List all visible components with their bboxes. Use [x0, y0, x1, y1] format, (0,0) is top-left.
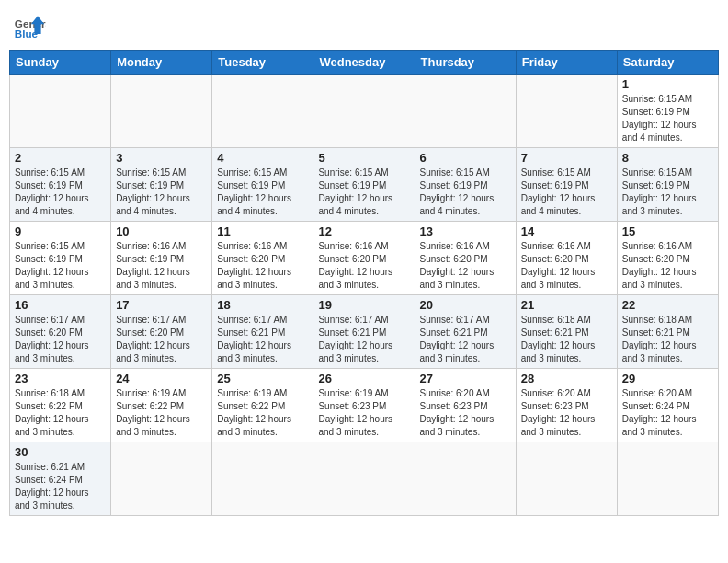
- day-info: Sunrise: 6:17 AM Sunset: 6:21 PM Dayligh…: [420, 314, 511, 365]
- day-number: 1: [622, 77, 713, 91]
- calendar-cell: 30Sunrise: 6:21 AM Sunset: 6:24 PM Dayli…: [10, 442, 111, 516]
- week-row-2: 2Sunrise: 6:15 AM Sunset: 6:19 PM Daylig…: [10, 148, 719, 222]
- day-number: 3: [116, 151, 207, 165]
- day-info: Sunrise: 6:15 AM Sunset: 6:19 PM Dayligh…: [116, 167, 207, 218]
- day-info: Sunrise: 6:19 AM Sunset: 6:23 PM Dayligh…: [318, 387, 409, 439]
- day-number: 29: [622, 372, 713, 385]
- day-number: 12: [318, 224, 409, 238]
- day-info: Sunrise: 6:16 AM Sunset: 6:20 PM Dayligh…: [217, 240, 308, 292]
- day-info: Sunrise: 6:17 AM Sunset: 6:20 PM Dayligh…: [116, 314, 207, 365]
- day-info: Sunrise: 6:15 AM Sunset: 6:19 PM Dayligh…: [622, 167, 713, 218]
- day-number: 6: [420, 151, 511, 165]
- day-info: Sunrise: 6:19 AM Sunset: 6:22 PM Dayligh…: [217, 387, 308, 439]
- calendar-cell: 15Sunrise: 6:16 AM Sunset: 6:20 PM Dayli…: [617, 222, 718, 295]
- calendar-cell: [111, 442, 212, 516]
- calendar-cell: 9Sunrise: 6:15 AM Sunset: 6:19 PM Daylig…: [10, 222, 111, 295]
- day-number: 27: [420, 372, 511, 385]
- calendar-cell: 16Sunrise: 6:17 AM Sunset: 6:20 PM Dayli…: [10, 295, 111, 369]
- calendar-cell: 12Sunrise: 6:16 AM Sunset: 6:20 PM Dayli…: [313, 222, 415, 295]
- calendar-cell: 14Sunrise: 6:16 AM Sunset: 6:20 PM Dayli…: [516, 222, 617, 295]
- weekday-header-wednesday: Wednesday: [313, 51, 415, 75]
- day-number: 5: [318, 151, 409, 165]
- day-info: Sunrise: 6:21 AM Sunset: 6:24 PM Dayligh…: [15, 461, 106, 512]
- day-info: Sunrise: 6:19 AM Sunset: 6:22 PM Dayligh…: [116, 387, 207, 439]
- day-number: 16: [15, 298, 106, 312]
- day-info: Sunrise: 6:18 AM Sunset: 6:21 PM Dayligh…: [622, 314, 713, 365]
- day-number: 11: [217, 224, 308, 238]
- calendar-cell: [415, 75, 516, 148]
- day-number: 28: [521, 372, 612, 385]
- calendar-cell: 6Sunrise: 6:15 AM Sunset: 6:19 PM Daylig…: [415, 148, 516, 222]
- calendar-cell: [516, 75, 617, 148]
- day-number: 7: [521, 151, 612, 165]
- day-number: 25: [217, 372, 308, 385]
- calendar-cell: 5Sunrise: 6:15 AM Sunset: 6:19 PM Daylig…: [313, 148, 415, 222]
- week-row-6: 30Sunrise: 6:21 AM Sunset: 6:24 PM Dayli…: [10, 442, 719, 516]
- day-info: Sunrise: 6:15 AM Sunset: 6:19 PM Dayligh…: [15, 167, 106, 218]
- day-number: 15: [622, 224, 713, 238]
- calendar-cell: [516, 442, 617, 516]
- calendar-cell: [212, 442, 313, 516]
- week-row-1: 1Sunrise: 6:15 AM Sunset: 6:19 PM Daylig…: [10, 75, 719, 148]
- day-info: Sunrise: 6:20 AM Sunset: 6:24 PM Dayligh…: [622, 387, 713, 439]
- calendar-cell: [10, 75, 111, 148]
- calendar-cell: 8Sunrise: 6:15 AM Sunset: 6:19 PM Daylig…: [617, 148, 718, 222]
- day-info: Sunrise: 6:16 AM Sunset: 6:20 PM Dayligh…: [420, 240, 511, 292]
- calendar-cell: [212, 75, 313, 148]
- day-number: 21: [521, 298, 612, 312]
- weekday-header-monday: Monday: [111, 51, 212, 75]
- day-number: 22: [622, 298, 713, 312]
- calendar-cell: 7Sunrise: 6:15 AM Sunset: 6:19 PM Daylig…: [516, 148, 617, 222]
- calendar-cell: 3Sunrise: 6:15 AM Sunset: 6:19 PM Daylig…: [111, 148, 212, 222]
- calendar-cell: [617, 442, 718, 516]
- day-number: 13: [420, 224, 511, 238]
- calendar-cell: 10Sunrise: 6:16 AM Sunset: 6:19 PM Dayli…: [111, 222, 212, 295]
- calendar-cell: 23Sunrise: 6:18 AM Sunset: 6:22 PM Dayli…: [10, 369, 111, 442]
- calendar-cell: [313, 442, 415, 516]
- weekday-header-friday: Friday: [516, 51, 617, 75]
- day-info: Sunrise: 6:15 AM Sunset: 6:19 PM Dayligh…: [622, 93, 713, 144]
- calendar-cell: 28Sunrise: 6:20 AM Sunset: 6:23 PM Dayli…: [516, 369, 617, 442]
- calendar-cell: 29Sunrise: 6:20 AM Sunset: 6:24 PM Dayli…: [617, 369, 718, 442]
- calendar-cell: [415, 442, 516, 516]
- weekday-header-saturday: Saturday: [617, 51, 718, 75]
- day-number: 20: [420, 298, 511, 312]
- day-info: Sunrise: 6:18 AM Sunset: 6:21 PM Dayligh…: [521, 314, 612, 365]
- day-number: 17: [116, 298, 207, 312]
- weekday-header-row: SundayMondayTuesdayWednesdayThursdayFrid…: [10, 51, 719, 75]
- calendar-cell: 4Sunrise: 6:15 AM Sunset: 6:19 PM Daylig…: [212, 148, 313, 222]
- page-header: General Blue: [9, 9, 719, 42]
- day-info: Sunrise: 6:16 AM Sunset: 6:20 PM Dayligh…: [521, 240, 612, 292]
- day-number: 18: [217, 298, 308, 312]
- calendar-cell: 18Sunrise: 6:17 AM Sunset: 6:21 PM Dayli…: [212, 295, 313, 369]
- logo-icon: General Blue: [13, 9, 46, 42]
- calendar-cell: 2Sunrise: 6:15 AM Sunset: 6:19 PM Daylig…: [10, 148, 111, 222]
- day-info: Sunrise: 6:16 AM Sunset: 6:19 PM Dayligh…: [116, 240, 207, 292]
- day-number: 24: [116, 372, 207, 385]
- day-info: Sunrise: 6:20 AM Sunset: 6:23 PM Dayligh…: [420, 387, 511, 439]
- calendar-cell: 11Sunrise: 6:16 AM Sunset: 6:20 PM Dayli…: [212, 222, 313, 295]
- calendar-cell: 20Sunrise: 6:17 AM Sunset: 6:21 PM Dayli…: [415, 295, 516, 369]
- day-number: 10: [116, 224, 207, 238]
- day-info: Sunrise: 6:15 AM Sunset: 6:19 PM Dayligh…: [521, 167, 612, 218]
- day-info: Sunrise: 6:17 AM Sunset: 6:21 PM Dayligh…: [217, 314, 308, 365]
- day-info: Sunrise: 6:17 AM Sunset: 6:20 PM Dayligh…: [15, 314, 106, 365]
- calendar-cell: 13Sunrise: 6:16 AM Sunset: 6:20 PM Dayli…: [415, 222, 516, 295]
- calendar-cell: 27Sunrise: 6:20 AM Sunset: 6:23 PM Dayli…: [415, 369, 516, 442]
- calendar-cell: [111, 75, 212, 148]
- day-number: 4: [217, 151, 308, 165]
- week-row-5: 23Sunrise: 6:18 AM Sunset: 6:22 PM Dayli…: [10, 369, 719, 442]
- day-info: Sunrise: 6:15 AM Sunset: 6:19 PM Dayligh…: [15, 240, 106, 292]
- day-info: Sunrise: 6:16 AM Sunset: 6:20 PM Dayligh…: [318, 240, 409, 292]
- week-row-4: 16Sunrise: 6:17 AM Sunset: 6:20 PM Dayli…: [10, 295, 719, 369]
- day-number: 30: [15, 445, 106, 459]
- calendar-cell: 17Sunrise: 6:17 AM Sunset: 6:20 PM Dayli…: [111, 295, 212, 369]
- calendar-cell: 19Sunrise: 6:17 AM Sunset: 6:21 PM Dayli…: [313, 295, 415, 369]
- week-row-3: 9Sunrise: 6:15 AM Sunset: 6:19 PM Daylig…: [10, 222, 719, 295]
- day-number: 9: [15, 224, 106, 238]
- day-number: 8: [622, 151, 713, 165]
- calendar-cell: 22Sunrise: 6:18 AM Sunset: 6:21 PM Dayli…: [617, 295, 718, 369]
- day-number: 23: [15, 372, 106, 385]
- day-number: 14: [521, 224, 612, 238]
- day-info: Sunrise: 6:18 AM Sunset: 6:22 PM Dayligh…: [15, 387, 106, 439]
